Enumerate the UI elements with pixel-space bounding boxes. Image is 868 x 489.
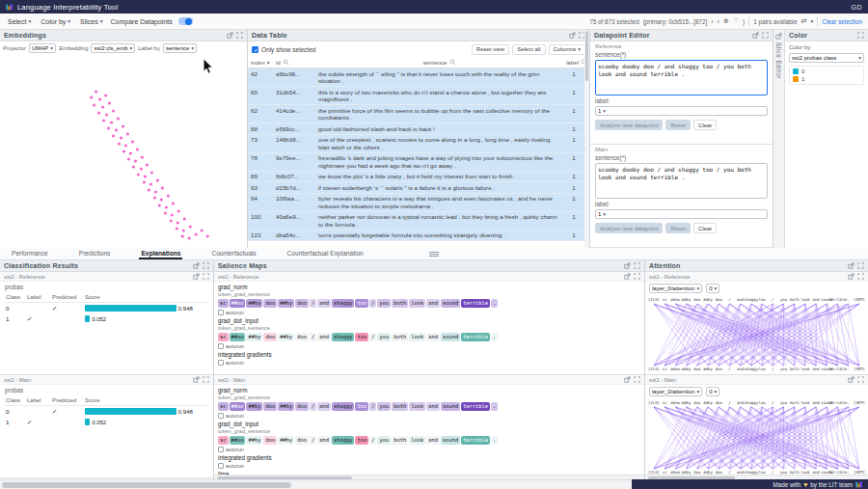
attention-visualization[interactable]: [CLS][CLS]scsc##oo##oo##by##bydoodoo##by… [645, 295, 868, 372]
scatter-point[interactable] [146, 163, 149, 166]
scatter-point[interactable] [101, 105, 104, 108]
label-select[interactable]: 1▾ [595, 106, 768, 116]
scatter-point[interactable] [177, 209, 180, 212]
scrollbar-thumb[interactable] [2, 482, 291, 488]
prev-datapoint-icon[interactable]: ‹ [711, 18, 713, 25]
table-row[interactable]: 123dba54c...turns potentially forgettabl… [248, 231, 584, 242]
scatter-point[interactable] [108, 101, 111, 104]
scatter-point[interactable] [122, 124, 124, 127]
favorite-icon[interactable]: ♡ [733, 17, 739, 25]
attention-head-select[interactable]: 0▾ [706, 284, 719, 293]
maximize-icon[interactable] [634, 376, 640, 383]
attention-layer-select[interactable]: layer_0/attention▾ [649, 387, 702, 396]
table-row[interactable]: 6031db54...this is a story of two maveri… [248, 87, 584, 105]
scatter-point[interactable] [126, 132, 129, 135]
scatter-point[interactable] [176, 227, 178, 230]
scatter-point[interactable] [189, 225, 192, 228]
scatter-point[interactable] [154, 190, 157, 193]
popout-icon[interactable] [569, 32, 576, 39]
scatter-point[interactable] [131, 140, 134, 143]
attention-hscrollbar[interactable] [645, 475, 868, 479]
scatter-point[interactable] [117, 117, 120, 120]
data-table-scrollbar[interactable] [584, 30, 589, 248]
maximize-icon[interactable] [236, 32, 243, 39]
scatter-point[interactable] [140, 167, 143, 170]
scatter-point[interactable] [161, 186, 164, 189]
pairs-swap-icon[interactable]: ⇄ [801, 17, 807, 25]
columns-button[interactable]: Columns▾ [549, 44, 585, 55]
tab-performance[interactable]: Performance [10, 248, 50, 259]
drag-handle[interactable] [429, 252, 439, 257]
maximize-icon[interactable] [203, 376, 209, 383]
popout-icon[interactable] [848, 376, 854, 383]
scatter-point[interactable] [120, 136, 122, 139]
compare-datapoints-toggle[interactable] [178, 17, 193, 25]
scatter-point[interactable] [158, 204, 161, 206]
column-header-label[interactable]: label [563, 59, 584, 66]
table-row[interactable]: 10040a6e9...neither parker nor donovan i… [248, 212, 584, 231]
autorun-checkbox[interactable] [218, 343, 224, 349]
scatter-point[interactable] [156, 178, 159, 181]
scatter-point[interactable] [134, 159, 137, 162]
column-header-id[interactable]: id [273, 59, 315, 66]
embedding-select[interactable]: sst2:cls_emb▾ [91, 43, 135, 53]
popout-icon[interactable] [193, 376, 200, 383]
maximize-icon[interactable] [203, 273, 209, 280]
analyze-new-datapoint-button[interactable]: Analyze new datapoint [595, 120, 663, 130]
maximize-icon[interactable] [857, 262, 864, 269]
scatter-point[interactable] [165, 205, 168, 208]
scatter-point[interactable] [144, 175, 147, 177]
scatter-point[interactable] [206, 234, 209, 237]
maximize-icon[interactable] [634, 262, 640, 269]
scatter-point[interactable] [182, 229, 185, 231]
popout-icon[interactable] [848, 262, 854, 269]
label-by-select[interactable]: sentence▾ [163, 43, 197, 53]
scatter-point[interactable] [122, 149, 125, 152]
color-by-menu[interactable]: Color by▾ [39, 18, 72, 25]
attention-visualization[interactable]: [CLS][CLS]scsc##oo##oo##by##bydoodoo##by… [645, 398, 868, 475]
popout-icon[interactable] [752, 32, 759, 39]
scatter-point[interactable] [172, 202, 175, 204]
tab-counterfactual-explanation[interactable]: Counterfactual Explanation [285, 248, 366, 259]
maximize-icon[interactable] [203, 262, 209, 269]
table-row[interactable]: 9410f9aa...byler reveals his characters … [248, 194, 584, 212]
select-all-button[interactable]: Select all [512, 44, 545, 55]
maximize-icon[interactable] [634, 273, 640, 280]
attention-head-select[interactable]: 0▾ [706, 387, 719, 396]
embedding-scatter[interactable] [0, 55, 247, 248]
scatter-point[interactable] [112, 109, 115, 112]
analyze-new-datapoint-button[interactable]: Analyze new datapoint [595, 223, 663, 233]
sentence-field[interactable]: scooby dooby doo / and shaggy too / you … [595, 163, 768, 199]
clear-button[interactable]: Clear [693, 223, 717, 233]
column-header-sentence[interactable]: sentence [315, 59, 563, 66]
reset-button[interactable]: Reset [665, 223, 691, 233]
column-header-index[interactable]: index▾ [248, 59, 273, 66]
scatter-point[interactable] [167, 194, 170, 197]
scatter-point[interactable] [97, 111, 100, 114]
scatter-point[interactable] [136, 148, 139, 150]
table-row[interactable]: 89fb8c07...we know the plot 's a little … [248, 172, 584, 183]
popout-icon[interactable] [193, 262, 200, 269]
projector-select[interactable]: UMAP▾ [29, 43, 56, 53]
tab-explanations[interactable]: Explanations [139, 248, 182, 259]
expand-icon[interactable] [775, 33, 782, 40]
reset-button[interactable]: Reset [665, 120, 691, 130]
clear-selection-button[interactable]: Clear selection [822, 18, 862, 25]
scatter-point[interactable] [195, 232, 198, 235]
popout-icon[interactable] [624, 262, 631, 269]
popout-icon[interactable] [227, 32, 233, 39]
scatter-point[interactable] [181, 234, 184, 237]
scatter-point[interactable] [95, 90, 97, 93]
scatter-point[interactable] [143, 180, 146, 183]
color-by-select[interactable]: sst2 probas class▾ [789, 53, 864, 63]
tab-predictions[interactable]: Predictions [77, 248, 113, 259]
user-menu[interactable]: GD [852, 4, 863, 11]
scatter-point[interactable] [148, 188, 150, 191]
slices-menu[interactable]: Slices▾ [78, 18, 104, 25]
scrollbar-thumb[interactable] [585, 31, 588, 81]
sentence-field[interactable]: scooby dooby doo / and shaggy too / you … [595, 60, 768, 95]
popout-icon[interactable] [848, 273, 854, 280]
scatter-point[interactable] [93, 103, 95, 106]
scatter-point[interactable] [102, 119, 105, 122]
label-select[interactable]: 1▾ [595, 209, 768, 219]
